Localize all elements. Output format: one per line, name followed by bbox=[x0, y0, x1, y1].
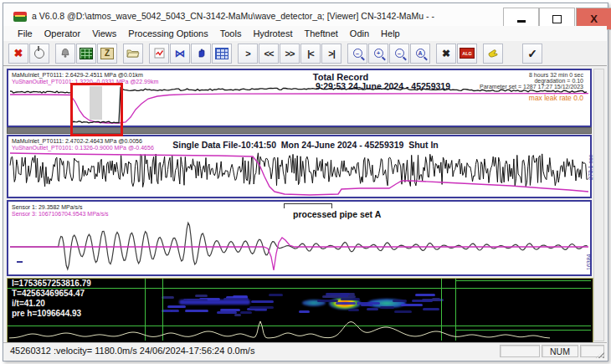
step-forward-icon: > bbox=[245, 49, 249, 59]
first-record-button[interactable]: |< bbox=[300, 44, 321, 64]
hand-icon bbox=[196, 48, 207, 59]
sensor-panel[interactable]: Sensor 1: 29.3582 MPa/s/s Sensor 3: 1067… bbox=[7, 200, 592, 276]
expand-button[interactable]: ✖ bbox=[436, 44, 456, 64]
correlation-trace bbox=[9, 321, 550, 338]
abort-x-icon: ✖ bbox=[14, 47, 23, 59]
open-file-button[interactable] bbox=[123, 44, 143, 64]
sensor1-trace bbox=[10, 223, 588, 269]
folder-icon bbox=[126, 48, 140, 59]
z-icon: Z bbox=[100, 48, 114, 59]
p1-duration: 8 hours 32 min 0 sec bbox=[529, 72, 583, 78]
report-icon bbox=[154, 48, 165, 59]
pipe-set-annotation: processed pipe set A bbox=[293, 209, 381, 219]
menu-tools[interactable]: Tools bbox=[214, 28, 248, 38]
alg-icon: ALG bbox=[460, 48, 475, 59]
minimize-icon bbox=[517, 20, 526, 22]
menu-hydrotest[interactable]: Hydrotest bbox=[247, 28, 298, 38]
step-forward-button[interactable]: > bbox=[238, 44, 258, 64]
menu-processing-options[interactable]: Processing Options bbox=[122, 28, 213, 38]
p1-series1-label: MaMuInlet_PT0111: 2.6429-2.4511 MPa @0.0… bbox=[12, 72, 143, 79]
event-highlight-box bbox=[70, 83, 123, 136]
spectrogram-panel[interactable]: I=1753657253816.79 T=42563469654.47 i/t=… bbox=[7, 278, 593, 343]
toolbar: ✖ Z ⋈ > << >> |< >| – + – A ✖ ALG ✓ bbox=[3, 41, 607, 66]
title-bar[interactable]: a V6.0.8 @D:\atmos_wave_5042_5043_CN-314… bbox=[3, 3, 607, 27]
pipe-set-bracket bbox=[284, 203, 332, 208]
power-button[interactable] bbox=[29, 44, 49, 64]
cursor-tick bbox=[17, 261, 23, 263]
green-grid-icon bbox=[80, 48, 93, 59]
app-icon bbox=[13, 12, 27, 22]
vertical-scrollbar[interactable] bbox=[593, 69, 604, 341]
status-text: 45260312 :velocity= 1180.0m/s 24/06/2024… bbox=[10, 346, 254, 356]
yellow-hand-icon bbox=[487, 48, 499, 59]
status-cell-empty bbox=[500, 345, 540, 357]
zoom-auto-button[interactable]: A bbox=[410, 44, 430, 64]
last-record-button[interactable]: >| bbox=[321, 44, 341, 64]
p3-series2-label: Sensor 3: 1067106704.9543 MPa/s/s bbox=[12, 211, 109, 218]
sensor3-trace bbox=[10, 238, 588, 270]
fast-forward-button[interactable]: >> bbox=[280, 44, 300, 64]
p4-value-preh: pre h=1096644.93 bbox=[12, 309, 81, 319]
menu-bar: File Operator Views Processing Options T… bbox=[3, 26, 607, 41]
p4-value-i: I=1753657253816.79 bbox=[12, 279, 91, 289]
p3-series1-label: Sensor 1: 29.3582 MPa/s/s bbox=[12, 204, 82, 211]
abort-button[interactable]: ✖ bbox=[8, 44, 28, 64]
point-select-button[interactable] bbox=[483, 44, 503, 64]
p2-right-axis-label: 273.1 sec bbox=[588, 155, 593, 180]
rewind-icon: << bbox=[264, 49, 274, 59]
algorithm-button[interactable]: ALG bbox=[457, 44, 477, 64]
p2-series2-label: YuShanOutlet_PT0101: 0.1326-0.9000 MPa @… bbox=[12, 145, 154, 151]
zoom-auto-icon: A bbox=[416, 49, 425, 58]
close-icon: X bbox=[590, 13, 598, 25]
zoom-out-button[interactable]: – bbox=[347, 44, 367, 64]
p3-right-axis-label: 16384 bbox=[586, 254, 592, 270]
alarm-button[interactable] bbox=[55, 44, 75, 64]
p2-title: Single Data File-10:41:50 Mon 24-June 20… bbox=[142, 140, 469, 150]
menu-help[interactable]: Help bbox=[375, 28, 406, 38]
p4-value-it: i/t=41.20 bbox=[12, 299, 45, 309]
bell-icon bbox=[59, 48, 71, 59]
p1-parameter-set: Parameter set = 1287 17:27 15/12/2023 bbox=[480, 84, 583, 90]
noise-trace bbox=[10, 153, 588, 187]
p2-series1-label: MaMuInlet_PT0111: 2.4702-2.4643 MPa @0.0… bbox=[12, 138, 142, 145]
correlation-trace-chart bbox=[8, 279, 591, 341]
num-lock-indicator: NUM bbox=[542, 345, 578, 357]
zoom-reset-button[interactable]: – bbox=[389, 44, 409, 64]
first-record-icon: |< bbox=[307, 49, 314, 59]
menu-views[interactable]: Views bbox=[86, 28, 122, 38]
power-icon bbox=[34, 49, 44, 59]
zoom-reset-icon: – bbox=[395, 49, 404, 58]
maximize-icon bbox=[552, 15, 562, 23]
zoom-out-icon: – bbox=[353, 49, 362, 58]
single-data-file-panel[interactable]: MaMuInlet_PT0111: 2.4702-2.4643 MPa @0.0… bbox=[7, 135, 592, 198]
p1-subtitle: 9:29:53 24-June 2024 - 45259319 bbox=[297, 81, 469, 91]
menu-operator[interactable]: Operator bbox=[39, 28, 86, 38]
zoom-in-icon: + bbox=[374, 49, 383, 58]
p4-value-t: T=42563469654.47 bbox=[12, 289, 85, 299]
report-button[interactable] bbox=[149, 44, 169, 64]
zoom-in-button[interactable]: + bbox=[368, 44, 388, 64]
zone-button[interactable]: Z bbox=[97, 44, 117, 64]
p1-degradation: degradation = 0.10 bbox=[534, 78, 583, 84]
expand-icon: ✖ bbox=[442, 48, 450, 59]
pointer-button[interactable] bbox=[191, 44, 211, 64]
wave-compare-button[interactable]: ⋈ bbox=[170, 44, 190, 64]
rewind-button[interactable]: << bbox=[259, 44, 279, 64]
menu-file[interactable]: File bbox=[12, 28, 39, 38]
p1-max-leak-rate: max leak rate 0.0 bbox=[529, 95, 583, 101]
menu-theftnet[interactable]: Theftnet bbox=[298, 28, 343, 38]
outlet-trace bbox=[10, 153, 588, 195]
check-icon: ✓ bbox=[527, 47, 537, 60]
fast-forward-icon: >> bbox=[285, 49, 295, 59]
bowtie-icon: ⋈ bbox=[175, 48, 185, 59]
table-icon bbox=[215, 48, 228, 59]
window-title: a V6.0.8 @D:\atmos_wave_5042_5043_CN-314… bbox=[32, 11, 434, 21]
menu-odin[interactable]: Odin bbox=[344, 28, 375, 38]
confirm-button[interactable]: ✓ bbox=[522, 44, 542, 64]
table-view-button[interactable] bbox=[212, 44, 232, 64]
screenshot-root: a V6.0.8 @D:\atmos_wave_5042_5043_CN-314… bbox=[0, 0, 611, 364]
spreadsheet-button[interactable] bbox=[76, 44, 96, 64]
last-record-icon: >| bbox=[328, 49, 335, 59]
